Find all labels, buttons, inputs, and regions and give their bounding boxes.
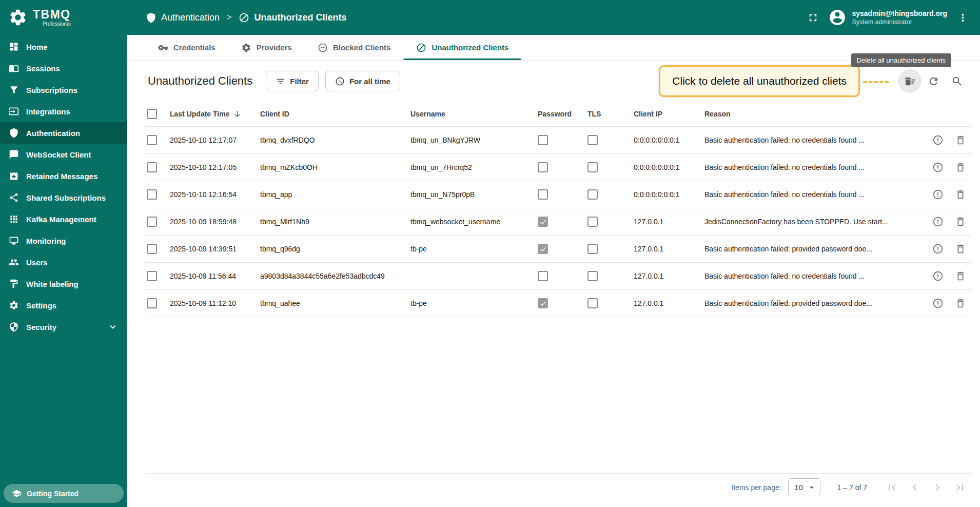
tab-blocked-clients[interactable]: Blocked Clients — [305, 35, 404, 60]
column-header-client-ip[interactable]: Client IP — [634, 110, 704, 118]
check-icon — [539, 300, 547, 307]
more-options-button[interactable] — [951, 6, 974, 29]
sidebar-item-label: Kafka Management — [26, 215, 96, 224]
row-details-button[interactable] — [927, 157, 949, 178]
row-delete-button[interactable] — [950, 265, 971, 287]
last-page-button[interactable] — [949, 476, 971, 499]
tab-icon — [416, 43, 426, 53]
table-row[interactable]: 2025-10-09 14:39:51 tbmq_q96dg tb-pe 127… — [145, 236, 971, 263]
check-icon — [539, 218, 547, 226]
sidebar-item-integrations[interactable]: Integrations — [0, 101, 127, 122]
table-row[interactable]: 2025-10-10 12:17:07 tbmq_dvxfRDQO tbmq_u… — [145, 127, 971, 154]
row-details-button[interactable] — [927, 211, 949, 232]
row-details-button[interactable] — [927, 184, 949, 205]
sidebar-item-retained-messages[interactable]: Retained Messages — [0, 165, 127, 187]
previous-page-button[interactable] — [904, 476, 926, 499]
table-row[interactable]: 2025-10-09 11:12:10 tbmq_uahee tb-pe 127… — [145, 290, 971, 317]
table-row[interactable]: 2025-10-09 18:59:48 tbmq_Mlrf1Nh9 tbmq_w… — [145, 208, 971, 236]
row-details-button[interactable] — [927, 292, 949, 314]
sidebar-item-label: Authentication — [26, 129, 80, 138]
annotation-callout: Click to delete all unauthorized cliets — [659, 65, 860, 97]
cell-client-ip: 0:0:0:0:0:0:0:1 — [634, 136, 704, 144]
row-checkbox[interactable] — [147, 271, 157, 281]
items-per-page-select[interactable]: 10 — [788, 478, 820, 496]
table-row[interactable]: 2025-10-10 12:17:05 tbmq_mZKcb0OH tbmq_u… — [145, 154, 971, 181]
brand-logo[interactable]: TBMQ Professional — [0, 0, 127, 35]
sidebar-item-security[interactable]: Security — [0, 316, 127, 338]
cell-last-update-time: 2025-10-10 12:17:05 — [170, 163, 260, 171]
sidebar-item-settings[interactable]: Settings — [0, 295, 127, 316]
cell-client-ip: 127.0.0.1 — [634, 245, 704, 253]
sidebar-item-kafka-management[interactable]: Kafka Management — [0, 208, 127, 230]
row-delete-button[interactable] — [950, 129, 971, 151]
sidebar-item-subscriptions[interactable]: Subscriptions — [0, 79, 127, 101]
sidebar-item-shared-subscriptions[interactable]: Shared Subscriptions — [0, 187, 127, 208]
block-icon — [239, 12, 249, 23]
sidebar: TBMQ Professional Home Sessions Subscrip… — [0, 0, 127, 507]
cell-username: tbmq_un_BNkgYJRW — [410, 136, 538, 144]
next-page-button[interactable] — [926, 476, 949, 499]
filter-lines-icon — [276, 76, 285, 86]
time-range-button[interactable]: For all time — [325, 71, 400, 91]
sidebar-item-label: Subscriptions — [26, 86, 77, 94]
sidebar-item-white-labeling[interactable]: White labeling — [0, 273, 127, 295]
cell-client-ip: 127.0.0.1 — [634, 218, 704, 226]
sidebar-item-label: Users — [26, 258, 48, 267]
row-checkbox[interactable] — [147, 217, 157, 227]
sidebar-item-icon — [9, 257, 19, 267]
sidebar-item-icon — [9, 85, 19, 95]
sidebar-item-home[interactable]: Home — [0, 36, 127, 57]
column-header-reason[interactable]: Reason — [704, 110, 915, 118]
row-details-button[interactable] — [927, 265, 949, 287]
password-checkbox — [538, 162, 548, 172]
row-delete-button[interactable] — [950, 238, 971, 260]
tab-providers[interactable]: Providers — [228, 35, 305, 60]
time-range-label: For all time — [349, 77, 390, 86]
filter-button[interactable]: Filter — [266, 71, 319, 91]
row-checkbox[interactable] — [147, 244, 157, 254]
sidebar-item-icon — [9, 192, 19, 203]
row-checkbox[interactable] — [147, 298, 157, 308]
row-checkbox[interactable] — [147, 162, 157, 172]
sidebar-item-users[interactable]: Users — [0, 251, 127, 273]
row-delete-button[interactable] — [950, 292, 971, 314]
sidebar-item-authentication[interactable]: Authentication — [0, 122, 127, 144]
select-all-checkbox[interactable] — [147, 109, 157, 119]
search-button[interactable] — [945, 69, 969, 93]
page-range-label: 1 – 7 of 7 — [837, 483, 867, 492]
cell-username: tb-pe — [410, 245, 538, 253]
column-header-client-id[interactable]: Client ID — [260, 110, 410, 118]
row-checkbox[interactable] — [147, 189, 157, 200]
sidebar-item-sessions[interactable]: Sessions — [0, 57, 127, 79]
error-circle-icon — [932, 243, 944, 255]
row-checkbox[interactable] — [147, 135, 157, 145]
tls-checkbox — [587, 189, 598, 200]
row-delete-button[interactable] — [950, 157, 971, 178]
user-menu[interactable]: sysadmin@thingsboard.org System administ… — [828, 8, 947, 27]
fullscreen-button[interactable] — [801, 6, 824, 29]
getting-started-button[interactable]: Getting Started — [4, 484, 124, 503]
getting-started-label: Getting Started — [27, 490, 79, 498]
table-row[interactable]: 2025-10-10 12:16:54 tbmq_app tbmq_un_N75… — [145, 181, 971, 208]
delete-all-button[interactable] — [898, 69, 922, 93]
column-header-password[interactable]: Password — [538, 110, 587, 118]
refresh-button[interactable] — [922, 69, 945, 93]
column-header-tls[interactable]: TLS — [587, 110, 634, 118]
first-page-button[interactable] — [881, 476, 904, 499]
tab-unauthorized-clients[interactable]: Unauthorized Clients — [403, 35, 521, 60]
trash-icon — [955, 243, 966, 255]
row-delete-button[interactable] — [950, 184, 971, 205]
sidebar-item-monitoring[interactable]: Monitoring — [0, 230, 127, 251]
first-page-icon — [886, 481, 898, 494]
column-header-last-update-time[interactable]: Last Update Time — [170, 110, 260, 119]
row-details-button[interactable] — [927, 129, 949, 151]
column-header-username[interactable]: Username — [410, 110, 538, 118]
row-delete-button[interactable] — [950, 211, 971, 232]
tab-credentials[interactable]: Credentials — [145, 35, 228, 60]
table-row[interactable]: 2025-10-09 11:56:44 a9803d84a3844c55a6e2… — [145, 263, 971, 290]
sidebar-item-websocket-client[interactable]: WebSocket Client — [0, 144, 127, 165]
refresh-icon — [928, 75, 939, 87]
kebab-icon — [957, 12, 969, 24]
row-details-button[interactable] — [927, 238, 949, 260]
breadcrumb-authentication[interactable]: Authentication — [146, 12, 220, 23]
